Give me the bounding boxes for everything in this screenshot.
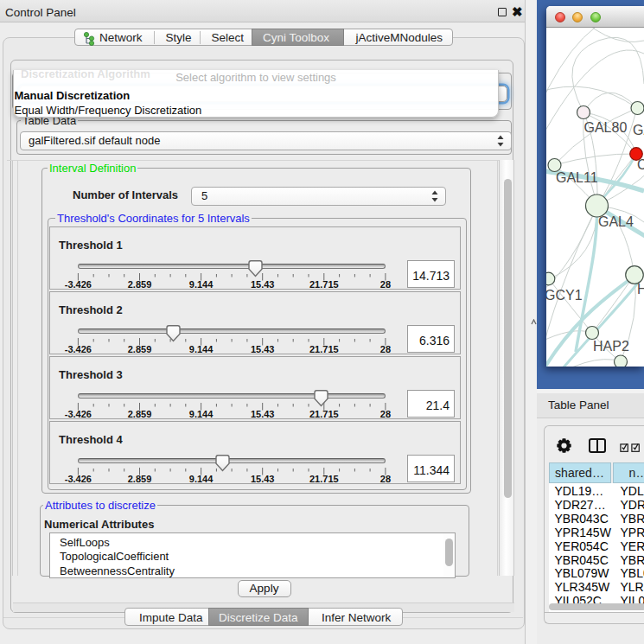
svg-text:HAP2: HAP2 [593, 339, 629, 354]
svg-text:GAL80: GAL80 [584, 120, 628, 135]
svg-text:H: H [637, 282, 644, 296]
svg-text:GAL4: GAL4 [598, 214, 634, 229]
svg-text:GAL11: GAL11 [556, 169, 598, 184]
svg-text:GCY1: GCY1 [546, 287, 583, 302]
svg-text:GA: GA [633, 123, 644, 137]
svg-text:C: C [637, 157, 644, 172]
